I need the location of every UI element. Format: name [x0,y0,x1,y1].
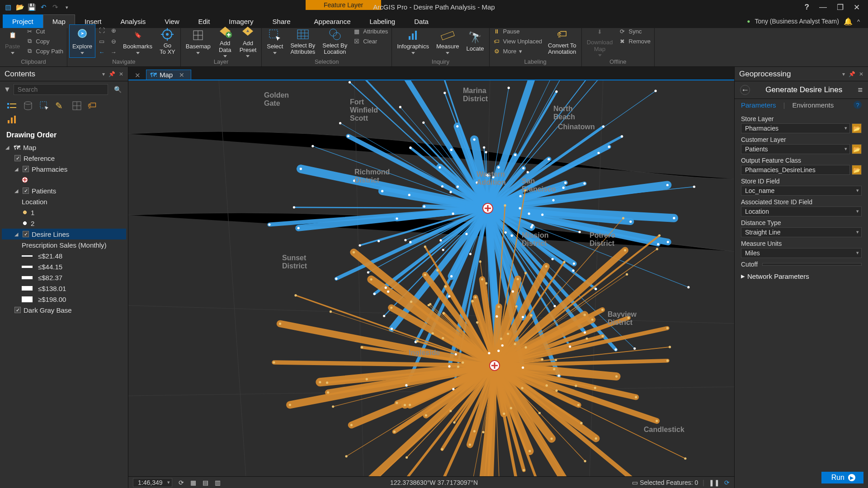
redo-icon[interactable]: ↷ [51,3,60,12]
basemap-button[interactable]: Basemap [183,24,214,58]
pin-icon[interactable]: 📌 [108,71,115,77]
zoom-in-button[interactable]: ⊕ [108,25,119,35]
constraints-icon[interactable]: ▥ [215,479,221,486]
select-button[interactable]: Select [264,24,286,58]
prev-extent-button[interactable]: ← [96,47,107,57]
view-tab-map[interactable]: 🗺Map✕ [146,70,191,80]
notifications-icon[interactable]: 🔔 [844,17,853,26]
map-node[interactable]: ◢🗺Map [2,142,126,153]
patients-field[interactable]: Location [2,196,126,207]
select-by-location-button[interactable]: Select By Location [319,24,350,58]
bookmarks-button[interactable]: 🔖 Bookmarks [120,24,156,58]
copy-path-button[interactable]: ⧉Copy Path [24,46,65,56]
tool-menu-icon[interactable]: ≡ [858,85,863,95]
layer-reference[interactable]: ✓Reference [2,153,126,164]
break-1[interactable]: ≤$21.48 [2,250,126,261]
locate-button[interactable]: 🔭 Locate [463,24,487,58]
paste-button[interactable]: 📋 Paste [2,24,23,58]
help-icon[interactable]: ? [854,101,862,109]
editing-view-icon[interactable]: ✎ [55,100,66,111]
undo-icon[interactable]: ↶ [39,3,48,12]
layer-basemap[interactable]: ✓Dark Gray Base [2,305,126,315]
contents-search-input[interactable] [14,84,108,95]
next-extent-button[interactable]: → [108,47,119,57]
store-id-input[interactable]: Loc_name [741,186,862,196]
layer-pharmacies[interactable]: ◢✓Pharmacies [2,164,126,174]
customer-layer-input[interactable]: Patients [741,144,850,154]
fixed-zoom-button[interactable]: ▭ [96,36,107,46]
selection-view-icon[interactable] [39,100,50,111]
explore-button[interactable]: Explore [69,24,95,58]
restore-icon[interactable]: ❐ [837,3,844,12]
download-map-button[interactable]: ⬇ Download Map [584,24,616,58]
gp-close-icon[interactable]: ✕ [859,71,863,77]
infographics-button[interactable]: Infographics [394,24,432,58]
add-preset-button[interactable]: Add Preset [236,24,260,58]
help-icon[interactable]: ? [805,3,809,12]
more-labeling-button[interactable]: ⚙More ▾ [491,46,544,56]
network-params-section[interactable]: ▶Network Parameters [741,272,862,280]
distance-type-input[interactable]: Straight Line [741,227,862,237]
break-2[interactable]: ≤$44.15 [2,261,126,272]
units-input[interactable]: Miles [741,248,862,258]
browse-icon[interactable]: 📂 [852,123,862,133]
back-button[interactable]: ← [740,85,750,95]
qat-dropdown-icon[interactable]: ▾ [62,3,71,12]
add-data-button[interactable]: Add Data [215,24,236,58]
close-all-views-icon[interactable]: ✕ [131,71,144,80]
cutoff-input[interactable] [762,263,862,266]
sync-button[interactable]: ⟳Sync [617,26,652,36]
user-label[interactable]: Tony (Business Analyst Team) [755,18,839,25]
desire-field[interactable]: Prescription Sales (Monthly) [2,239,126,250]
symbol-pharmacy[interactable] [2,174,126,185]
scale-input[interactable]: 1:46,349 [133,478,172,487]
browse-icon[interactable]: 📂 [852,144,862,154]
new-project-icon[interactable]: ▧ [4,3,13,12]
map-view[interactable]: GoldenGateFortWinfieldScottMarinaDistric… [128,80,734,476]
remove-button[interactable]: ✖Remove [617,36,652,46]
patients-val-2[interactable]: 2 [2,218,126,229]
break-3[interactable]: ≤$82.37 [2,272,126,283]
chart-view-icon[interactable] [6,114,17,125]
clear-selection-button[interactable]: ☒Clear [351,36,390,46]
search-icon[interactable]: 🔍 [114,86,122,93]
minimize-icon[interactable]: — [819,3,827,12]
filter-icon[interactable]: ▼ [4,85,11,94]
layer-desire-lines[interactable]: ◢✓Desire Lines [2,229,126,239]
full-extent-button[interactable]: ⛶ [96,25,107,35]
patients-val-1[interactable]: 1 [2,207,126,218]
tab-parameters[interactable]: Parameters [741,101,776,109]
pause-draw-icon[interactable]: ▦ [190,479,196,486]
labeling-view-icon[interactable]: 🏷 [88,100,99,111]
attributes-button[interactable]: ▦Attributes [351,26,390,36]
assoc-id-input[interactable]: Location [741,206,862,216]
autohide-icon[interactable]: ▾ [102,71,105,77]
pause-drawing-icon[interactable]: ❚❚ [709,479,720,486]
layer-patients[interactable]: ◢✓Patients [2,185,126,196]
close-icon[interactable]: ✕ [854,3,860,12]
refresh-icon[interactable]: ⟳ [724,479,730,486]
cut-button[interactable]: ✂Cut [24,26,65,36]
browse-icon[interactable]: 📂 [852,165,862,175]
gp-autohide-icon[interactable]: ▾ [842,71,845,77]
measure-button[interactable]: Measure [433,24,462,58]
zoom-out-button[interactable]: ⊖ [108,36,119,46]
run-button[interactable]: Run▶ [821,472,863,483]
break-5[interactable]: ≥$198.00 [2,294,126,305]
go-to-xy-button[interactable]: Go To XY [156,24,179,58]
convert-annotation-button[interactable]: 🏷 Convert To Annotation [545,24,580,58]
collapse-ribbon-icon[interactable]: ^ [857,18,860,25]
rotate-icon[interactable]: ⟳ [179,479,184,486]
close-pane-icon[interactable]: ✕ [119,71,123,77]
save-icon[interactable]: 💾 [27,3,36,12]
pause-labeling-button[interactable]: ⏸Pause [491,26,544,36]
output-fc-input[interactable]: Pharmacies_DesireLines [741,165,850,175]
drawing-order-icon[interactable] [6,100,17,111]
data-source-icon[interactable] [23,100,33,111]
close-view-icon[interactable]: ✕ [179,71,184,79]
view-unplaced-button[interactable]: 🏷View Unplaced [491,36,544,46]
snapping-view-icon[interactable] [71,100,82,111]
store-layer-input[interactable]: Pharmacies [741,123,850,133]
tab-environments[interactable]: Environments [792,101,834,109]
open-project-icon[interactable]: 📂 [15,3,24,12]
